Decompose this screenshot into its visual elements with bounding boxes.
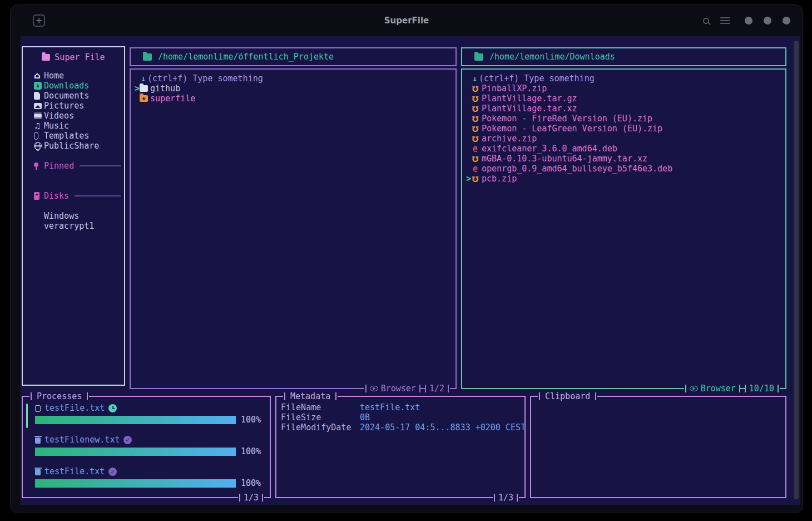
left-file-list: > github superfile xyxy=(131,83,455,104)
process-item[interactable]: testFilenew.txt 100% xyxy=(35,435,265,456)
metadata-label: FileSize xyxy=(281,412,360,422)
file-row[interactable]: Pokemon - FireRed Version (EU).zip xyxy=(462,114,785,124)
process-item[interactable]: testFile.txt 100% xyxy=(35,466,265,488)
sidebar-item[interactable]: Videos xyxy=(23,111,124,121)
file-icon xyxy=(471,165,479,172)
file-row[interactable]: PlantVillage.tar.gz xyxy=(462,94,785,104)
metadata-list: FileName testFile.txt FileSize 0B FileMo… xyxy=(276,397,524,432)
scrollbar[interactable] xyxy=(794,41,799,499)
file-name: Pokemon - LeafGreen Version (EU).zip xyxy=(482,124,662,134)
terminal-content: Super File Home Downloads xyxy=(21,36,800,505)
sidebar-item[interactable]: Music xyxy=(23,121,124,131)
file-row[interactable]: Pokemon - LeafGreen Version (EU).zip xyxy=(462,124,785,134)
panel-mode-label[interactable]: Browser xyxy=(381,384,416,394)
file-row[interactable]: > pcb.zip xyxy=(462,174,785,184)
sort-arrow-icon: ↓ xyxy=(141,73,146,83)
metadata-label: FileName xyxy=(281,402,360,412)
sidebar-item-label: Pictures xyxy=(44,101,84,111)
page-indicator: 1/2 xyxy=(426,384,448,394)
search-icon[interactable] xyxy=(703,18,709,24)
sidebar-item[interactable]: Documents xyxy=(23,91,124,101)
file-icon xyxy=(140,95,148,102)
eye-icon xyxy=(370,386,378,391)
process-item[interactable]: testFile.txt 100% xyxy=(35,403,265,425)
window-title: SuperFile xyxy=(11,16,803,26)
disk-item[interactable]: Windows xyxy=(23,211,124,221)
disk-item-label: Windows xyxy=(44,211,79,221)
file-row[interactable]: > github xyxy=(131,83,455,94)
file-row[interactable]: archive.zip xyxy=(462,134,785,144)
file-name: mGBA-0.10.3-ubuntu64-jammy.tar.xz xyxy=(482,154,647,164)
sidebar-item[interactable]: PublicShare xyxy=(23,141,124,151)
divider xyxy=(75,195,121,196)
progress-bar xyxy=(35,448,236,456)
divider xyxy=(80,165,121,166)
metadata-row: FileName testFile.txt xyxy=(281,402,521,412)
pinned-section-header: Pinned xyxy=(23,161,124,171)
metadata-row: FileSize 0B xyxy=(281,412,521,422)
metadata-value: 0B xyxy=(360,412,370,422)
process-type-icon xyxy=(35,469,41,475)
file-row[interactable]: superfile xyxy=(131,94,455,104)
left-panel-search[interactable]: ↓ (ctrl+f) Type something xyxy=(131,73,455,83)
sidebar-title: Super File xyxy=(23,52,124,63)
clipboard-panel: Clipboard xyxy=(530,396,786,498)
file-icon xyxy=(471,85,479,92)
disk-item[interactable]: veracrypt1 xyxy=(23,221,124,231)
right-file-panel: ↓ (ctrl+f) Type something PinballXP.zip xyxy=(461,68,786,389)
window-button-1[interactable] xyxy=(745,17,752,24)
file-row[interactable]: openrgb_0.9_amd64_bullseye_b5f46e3.deb xyxy=(462,164,785,174)
file-name: superfile xyxy=(150,94,195,104)
file-name: openrgb_0.9_amd64_bullseye_b5f46e3.deb xyxy=(482,164,672,174)
page-indicator: 10/10 xyxy=(746,384,778,394)
sidebar-item[interactable]: Templates xyxy=(23,131,124,141)
file-name: PlantVillage.tar.gz xyxy=(482,94,577,104)
file-icon xyxy=(471,175,479,182)
file-icon xyxy=(471,125,479,132)
sidebar-item-label: Videos xyxy=(44,111,74,121)
file-icon xyxy=(471,115,479,122)
progress-percent: 100% xyxy=(241,446,265,456)
file-row[interactable]: PlantVillage.tar.xz xyxy=(462,104,785,114)
sidebar-item[interactable]: Home xyxy=(23,71,124,81)
process-list: testFile.txt 100% testFilenew.t xyxy=(23,397,270,488)
file-row[interactable]: mGBA-0.10.3-ubuntu64-jammy.tar.xz xyxy=(462,154,785,164)
menu-icon[interactable] xyxy=(720,20,730,21)
sidebar-item[interactable]: Pictures xyxy=(23,101,124,111)
sidebar-list: Home Downloads Documents Picture xyxy=(23,71,124,151)
processes-footer: 1/3 xyxy=(238,493,264,502)
process-file-name: testFile.txt xyxy=(44,403,105,413)
window-button-2[interactable] xyxy=(764,17,771,24)
file-name: archive.zip xyxy=(482,134,537,144)
sidebar-item[interactable]: Downloads xyxy=(23,81,124,91)
process-status-icon xyxy=(108,468,117,476)
process-status-icon xyxy=(123,436,132,444)
window-button-3[interactable] xyxy=(783,17,790,24)
sidebar-item-icon xyxy=(34,132,38,140)
app-window: + SuperFile Super File Home xyxy=(10,4,803,513)
sidebar-item-icon xyxy=(34,142,42,150)
file-name: Pokemon - FireRed Version (EU).zip xyxy=(482,114,652,124)
file-row[interactable]: exifcleaner_3.6.0_amd64.deb xyxy=(462,144,785,154)
metadata-value: testFile.txt xyxy=(360,402,420,412)
left-panel-footer: Browser 1/2 xyxy=(364,384,450,393)
right-panel-path-header: /home/lemonlime/Downloads xyxy=(461,47,786,66)
metadata-row: FileModifyDate 2024-05-17 04:5...8833 +0… xyxy=(281,422,521,432)
file-name: github xyxy=(150,83,180,94)
file-icon xyxy=(471,135,479,142)
disk-icon xyxy=(34,192,39,200)
panel-mode-label[interactable]: Browser xyxy=(701,384,736,394)
sort-arrow-icon: ↓ xyxy=(472,73,477,83)
selection-bar xyxy=(26,404,28,428)
left-panel-path: /home/lemonlime/öffentlich_Projekte xyxy=(158,52,334,62)
disk-list: Windows veracrypt1 xyxy=(23,211,124,231)
file-name: exifcleaner_3.6.0_amd64.deb xyxy=(482,144,617,154)
sidebar-item-label: Home xyxy=(44,71,64,81)
sidebar-item-label: Documents xyxy=(44,91,89,101)
page-indicator: 1/3 xyxy=(240,493,262,503)
file-row[interactable]: PinballXP.zip xyxy=(462,83,785,94)
right-panel-search[interactable]: ↓ (ctrl+f) Type something xyxy=(462,73,785,83)
sidebar-item-label: Downloads xyxy=(44,81,89,91)
sidebar-item-label: Templates xyxy=(44,131,89,141)
file-icon xyxy=(471,155,479,162)
